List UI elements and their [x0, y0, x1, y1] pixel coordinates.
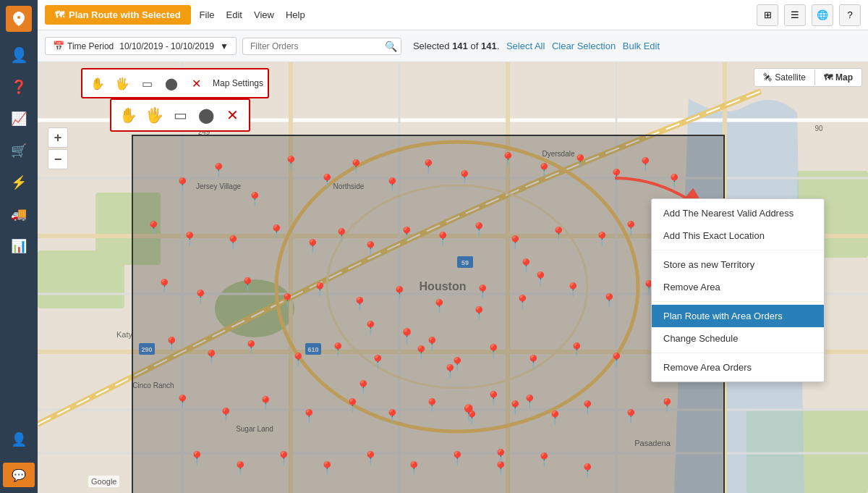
- map-pin[interactable]: 📍: [475, 284, 490, 300]
- map-pin[interactable]: 📍: [189, 450, 205, 466]
- map-pin[interactable]: 📍: [258, 395, 273, 411]
- map-pin[interactable]: 📍: [449, 450, 465, 466]
- help-button[interactable]: ?: [839, 4, 861, 26]
- map-pin[interactable]: 📍: [232, 460, 248, 476]
- lasso-tool-button-inner[interactable]: 🖐: [143, 104, 165, 126]
- rectangle-tool-button[interactable]: ▭: [136, 72, 158, 94]
- context-plan-route-area[interactable]: Plan Route with Area Orders: [652, 305, 824, 327]
- select-all-link[interactable]: Select All: [506, 41, 545, 51]
- map-pin[interactable]: 📍: [247, 191, 263, 207]
- map-pin[interactable]: 📍: [182, 231, 197, 247]
- map-pin[interactable]: 📍: [384, 177, 400, 193]
- map-pin-teal2[interactable]: 📍: [493, 448, 509, 464]
- satellite-button[interactable]: 🛰 Satellite: [754, 69, 814, 86]
- plan-route-button[interactable]: 🗺 Plan Route with Selected: [45, 5, 191, 25]
- map-pin[interactable]: 📍: [174, 394, 190, 410]
- close-tool-button[interactable]: ✕: [185, 72, 207, 94]
- map-pin[interactable]: 📍: [319, 173, 335, 189]
- map-pin[interactable]: 📍: [608, 352, 624, 368]
- globe-button[interactable]: 🌐: [812, 4, 833, 26]
- context-store-territory[interactable]: Store as new Territory: [652, 253, 824, 276]
- map-pin[interactable]: 📍: [536, 162, 552, 178]
- sidebar-item-layers[interactable]: ⚡: [4, 168, 33, 197]
- sidebar-item-account[interactable]: 👤: [4, 425, 33, 454]
- map-pin-purple[interactable]: 📍: [442, 363, 458, 379]
- list-view-button[interactable]: ☰: [784, 4, 806, 26]
- map-pin[interactable]: 📍: [471, 222, 487, 237]
- circle-tool-button[interactable]: ⬤: [161, 72, 182, 94]
- sidebar-item-users[interactable]: 👤: [4, 41, 33, 69]
- menu-file[interactable]: File: [200, 9, 215, 20]
- context-change-schedule[interactable]: Change Schedule: [652, 327, 824, 350]
- context-nearest-address[interactable]: Add The Nearest Valid Address: [652, 202, 824, 224]
- map-pin[interactable]: 📍: [333, 227, 349, 243]
- lasso-tool-button[interactable]: 🖐: [111, 72, 133, 94]
- map-pin[interactable]: 📍: [344, 397, 360, 413]
- map-pin[interactable]: 📍: [550, 226, 566, 242]
- sidebar-logo[interactable]: [6, 6, 32, 32]
- map-pin-red[interactable]: 📍: [459, 404, 478, 423]
- map-pin[interactable]: 📍: [579, 400, 595, 416]
- map-pin[interactable]: 📍: [637, 156, 653, 172]
- map-pin[interactable]: 📍: [525, 354, 541, 370]
- map-pin[interactable]: 📍: [601, 292, 617, 308]
- menu-view[interactable]: View: [254, 9, 274, 20]
- map-pin[interactable]: 📍: [547, 410, 563, 426]
- map-pin[interactable]: 📍: [420, 159, 436, 174]
- map-pin[interactable]: 📍: [514, 294, 530, 310]
- bulk-edit-link[interactable]: Bulk Edit: [623, 41, 660, 51]
- map-pin[interactable]: 📍: [156, 278, 172, 294]
- map-pin[interactable]: 📍: [163, 336, 179, 352]
- map-pin-orange[interactable]: 📍: [398, 327, 416, 345]
- map-pin[interactable]: 📍: [192, 289, 208, 305]
- map-pin[interactable]: 📍: [174, 177, 190, 193]
- map-pin[interactable]: 📍: [239, 277, 255, 292]
- map-pin[interactable]: 📍: [276, 450, 292, 466]
- menu-edit[interactable]: Edit: [226, 9, 242, 20]
- sidebar-item-reports[interactable]: 📊: [4, 232, 33, 261]
- map-container[interactable]: Houston Katy Cinco Ranch Sugar Land Pasa…: [38, 62, 868, 493]
- map-pin[interactable]: 📍: [305, 238, 320, 254]
- map-pin[interactable]: 📍: [352, 296, 367, 312]
- map-pin[interactable]: 📍: [572, 153, 588, 169]
- map-pin[interactable]: 📍: [370, 354, 386, 370]
- map-pin[interactable]: 📍: [399, 226, 414, 242]
- filter-orders-input[interactable]: [242, 38, 401, 55]
- map-pin[interactable]: 📍: [203, 349, 219, 365]
- map-pin[interactable]: 📍: [218, 407, 234, 423]
- map-pin-orange2[interactable]: 📍: [362, 320, 378, 336]
- circle-tool-button-inner[interactable]: ⬤: [195, 104, 217, 126]
- clear-selection-link[interactable]: Clear Selection: [552, 41, 616, 51]
- map-pin[interactable]: 📍: [435, 231, 451, 247]
- map-pin[interactable]: 📍: [279, 292, 295, 308]
- map-pin-pink[interactable]: 📍: [471, 306, 487, 321]
- zoom-out-button[interactable]: −: [48, 149, 68, 169]
- map-pin[interactable]: 📍: [391, 285, 407, 301]
- map-pin[interactable]: 📍: [268, 224, 284, 240]
- context-exact-location[interactable]: Add This Exact Location: [652, 224, 824, 247]
- map-pin-teal[interactable]: 📍: [485, 390, 501, 406]
- map-pin[interactable]: 📍: [330, 342, 346, 358]
- sidebar-item-orders[interactable]: 🛒: [4, 136, 33, 165]
- map-pin[interactable]: 📍: [384, 408, 400, 424]
- map-pin[interactable]: 📍: [312, 282, 328, 298]
- map-pin[interactable]: 📍: [536, 452, 552, 468]
- map-pin[interactable]: 📍: [579, 463, 595, 479]
- map-pin[interactable]: 📍: [569, 342, 584, 358]
- map-pin[interactable]: 📍: [507, 400, 523, 416]
- map-pin[interactable]: 📍: [348, 159, 364, 174]
- map-pin[interactable]: 📍: [507, 235, 523, 250]
- rectangle-tool-button-inner[interactable]: ▭: [169, 104, 191, 126]
- map-pin[interactable]: 📍: [623, 408, 639, 424]
- menu-help[interactable]: Help: [286, 9, 305, 20]
- hand-tool-button[interactable]: ✋: [87, 72, 109, 94]
- map-pin-gray[interactable]: 📍: [522, 394, 537, 410]
- hand-tool-button-inner[interactable]: ✋: [117, 104, 139, 126]
- map-pin-green2[interactable]: 📍: [532, 271, 548, 287]
- close-tool-button-inner[interactable]: ✕: [221, 104, 243, 126]
- time-period-button[interactable]: 📅 Time Period 10/10/2019 - 10/10/2019 ▼: [45, 37, 237, 55]
- zoom-in-button[interactable]: +: [48, 127, 68, 148]
- context-remove-area-orders[interactable]: Remove Area Orders: [652, 356, 824, 379]
- map-pin-red2[interactable]: 📍: [518, 258, 534, 274]
- map-pin[interactable]: 📍: [406, 460, 422, 476]
